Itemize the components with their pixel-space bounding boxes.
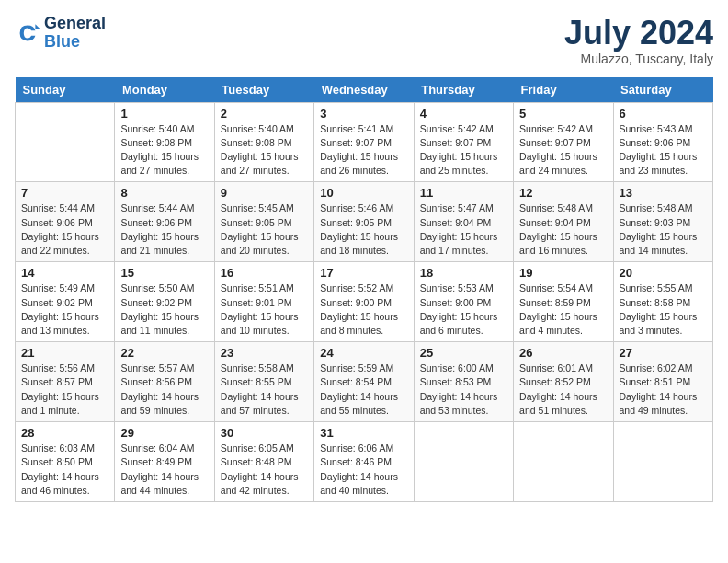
calendar-week-row: 14Sunrise: 5:49 AM Sunset: 9:02 PM Dayli… bbox=[16, 262, 713, 342]
weekday-header: Tuesday bbox=[214, 77, 313, 103]
calendar-cell: 7Sunrise: 5:44 AM Sunset: 9:06 PM Daylig… bbox=[16, 182, 115, 262]
calendar-cell: 17Sunrise: 5:52 AM Sunset: 9:00 PM Dayli… bbox=[314, 262, 414, 342]
calendar-cell: 5Sunrise: 5:42 AM Sunset: 9:07 PM Daylig… bbox=[514, 102, 613, 182]
day-info: Sunrise: 5:54 AM Sunset: 8:59 PM Dayligh… bbox=[519, 282, 607, 338]
calendar-cell bbox=[514, 422, 613, 502]
calendar-cell: 6Sunrise: 5:43 AM Sunset: 9:06 PM Daylig… bbox=[613, 102, 712, 182]
calendar-cell: 11Sunrise: 5:47 AM Sunset: 9:04 PM Dayli… bbox=[414, 182, 513, 262]
day-number: 13 bbox=[620, 186, 707, 200]
day-info: Sunrise: 5:47 AM Sunset: 9:04 PM Dayligh… bbox=[420, 201, 507, 258]
day-info: Sunrise: 5:40 AM Sunset: 9:08 PM Dayligh… bbox=[221, 122, 308, 178]
calendar-cell: 15Sunrise: 5:50 AM Sunset: 9:02 PM Dayli… bbox=[115, 262, 214, 342]
calendar-cell: 2Sunrise: 5:40 AM Sunset: 9:08 PM Daylig… bbox=[214, 102, 313, 182]
day-info: Sunrise: 6:03 AM Sunset: 8:50 PM Dayligh… bbox=[21, 442, 108, 498]
day-number: 7 bbox=[21, 186, 108, 200]
weekday-header: Thursday bbox=[414, 77, 513, 103]
day-info: Sunrise: 5:50 AM Sunset: 9:02 PM Dayligh… bbox=[120, 282, 208, 338]
day-number: 22 bbox=[120, 346, 208, 360]
day-number: 6 bbox=[620, 107, 707, 121]
calendar-cell: 30Sunrise: 6:05 AM Sunset: 8:48 PM Dayli… bbox=[214, 422, 313, 502]
calendar-cell bbox=[414, 422, 513, 502]
calendar-cell: 10Sunrise: 5:46 AM Sunset: 9:05 PM Dayli… bbox=[314, 182, 414, 262]
calendar-cell: 9Sunrise: 5:45 AM Sunset: 9:05 PM Daylig… bbox=[214, 182, 313, 262]
weekday-header-row: SundayMondayTuesdayWednesdayThursdayFrid… bbox=[16, 77, 713, 103]
day-number: 26 bbox=[519, 346, 607, 360]
calendar-week-row: 28Sunrise: 6:03 AM Sunset: 8:50 PM Dayli… bbox=[16, 422, 713, 502]
day-info: Sunrise: 5:44 AM Sunset: 9:06 PM Dayligh… bbox=[21, 201, 108, 258]
calendar-cell bbox=[16, 102, 115, 182]
day-info: Sunrise: 5:43 AM Sunset: 9:06 PM Dayligh… bbox=[620, 122, 707, 178]
calendar-cell: 3Sunrise: 5:41 AM Sunset: 9:07 PM Daylig… bbox=[314, 102, 414, 182]
logo-icon bbox=[15, 20, 40, 46]
day-number: 17 bbox=[320, 266, 407, 280]
weekday-header: Wednesday bbox=[314, 77, 414, 103]
day-info: Sunrise: 6:00 AM Sunset: 8:53 PM Dayligh… bbox=[420, 362, 507, 418]
day-number: 20 bbox=[620, 266, 707, 280]
title-block: July 2024 Mulazzo, Tuscany, Italy bbox=[564, 15, 713, 66]
page-header: GeneralBlue July 2024 Mulazzo, Tuscany, … bbox=[15, 15, 713, 66]
day-number: 11 bbox=[420, 186, 507, 200]
calendar-cell: 14Sunrise: 5:49 AM Sunset: 9:02 PM Dayli… bbox=[16, 262, 115, 342]
calendar-cell: 23Sunrise: 5:58 AM Sunset: 8:55 PM Dayli… bbox=[214, 342, 313, 422]
day-number: 1 bbox=[120, 107, 208, 121]
calendar-cell: 4Sunrise: 5:42 AM Sunset: 9:07 PM Daylig… bbox=[414, 102, 513, 182]
calendar-cell: 1Sunrise: 5:40 AM Sunset: 9:08 PM Daylig… bbox=[115, 102, 214, 182]
day-number: 27 bbox=[620, 346, 707, 360]
calendar-cell: 21Sunrise: 5:56 AM Sunset: 8:57 PM Dayli… bbox=[16, 342, 115, 422]
calendar-table: SundayMondayTuesdayWednesdayThursdayFrid… bbox=[15, 77, 713, 502]
day-number: 29 bbox=[120, 426, 208, 440]
day-number: 18 bbox=[420, 266, 507, 280]
day-info: Sunrise: 5:42 AM Sunset: 9:07 PM Dayligh… bbox=[519, 122, 607, 178]
day-info: Sunrise: 5:52 AM Sunset: 9:00 PM Dayligh… bbox=[320, 282, 407, 338]
day-info: Sunrise: 5:49 AM Sunset: 9:02 PM Dayligh… bbox=[21, 282, 108, 338]
calendar-cell: 13Sunrise: 5:48 AM Sunset: 9:03 PM Dayli… bbox=[613, 182, 712, 262]
day-info: Sunrise: 5:46 AM Sunset: 9:05 PM Dayligh… bbox=[320, 201, 407, 258]
weekday-header: Sunday bbox=[16, 77, 115, 103]
day-number: 3 bbox=[320, 107, 407, 121]
calendar-week-row: 7Sunrise: 5:44 AM Sunset: 9:06 PM Daylig… bbox=[16, 182, 713, 262]
calendar-cell: 25Sunrise: 6:00 AM Sunset: 8:53 PM Dayli… bbox=[414, 342, 513, 422]
calendar-cell: 29Sunrise: 6:04 AM Sunset: 8:49 PM Dayli… bbox=[115, 422, 214, 502]
day-number: 8 bbox=[120, 186, 208, 200]
calendar-cell: 8Sunrise: 5:44 AM Sunset: 9:06 PM Daylig… bbox=[115, 182, 214, 262]
day-info: Sunrise: 5:56 AM Sunset: 8:57 PM Dayligh… bbox=[21, 362, 108, 418]
day-number: 21 bbox=[21, 346, 108, 360]
day-number: 28 bbox=[21, 426, 108, 440]
day-info: Sunrise: 5:59 AM Sunset: 8:54 PM Dayligh… bbox=[320, 362, 407, 418]
day-info: Sunrise: 6:06 AM Sunset: 8:46 PM Dayligh… bbox=[320, 442, 407, 498]
day-info: Sunrise: 5:41 AM Sunset: 9:07 PM Dayligh… bbox=[320, 122, 407, 178]
calendar-cell bbox=[613, 422, 712, 502]
day-info: Sunrise: 6:04 AM Sunset: 8:49 PM Dayligh… bbox=[120, 442, 208, 498]
day-info: Sunrise: 5:58 AM Sunset: 8:55 PM Dayligh… bbox=[221, 362, 308, 418]
day-number: 12 bbox=[519, 186, 607, 200]
day-number: 15 bbox=[120, 266, 208, 280]
day-info: Sunrise: 6:01 AM Sunset: 8:52 PM Dayligh… bbox=[519, 362, 607, 418]
day-number: 4 bbox=[420, 107, 507, 121]
day-number: 24 bbox=[320, 346, 407, 360]
day-info: Sunrise: 5:44 AM Sunset: 9:06 PM Dayligh… bbox=[120, 201, 208, 258]
location: Mulazzo, Tuscany, Italy bbox=[564, 52, 713, 66]
day-info: Sunrise: 5:55 AM Sunset: 8:58 PM Dayligh… bbox=[620, 282, 707, 338]
day-info: Sunrise: 6:02 AM Sunset: 8:51 PM Dayligh… bbox=[620, 362, 707, 418]
day-number: 23 bbox=[221, 346, 308, 360]
calendar-cell: 12Sunrise: 5:48 AM Sunset: 9:04 PM Dayli… bbox=[514, 182, 613, 262]
calendar-cell: 19Sunrise: 5:54 AM Sunset: 8:59 PM Dayli… bbox=[514, 262, 613, 342]
day-info: Sunrise: 5:53 AM Sunset: 9:00 PM Dayligh… bbox=[420, 282, 507, 338]
calendar-cell: 26Sunrise: 6:01 AM Sunset: 8:52 PM Dayli… bbox=[514, 342, 613, 422]
day-info: Sunrise: 6:05 AM Sunset: 8:48 PM Dayligh… bbox=[221, 442, 308, 498]
day-number: 30 bbox=[221, 426, 308, 440]
day-number: 10 bbox=[320, 186, 407, 200]
calendar-week-row: 1Sunrise: 5:40 AM Sunset: 9:08 PM Daylig… bbox=[16, 102, 713, 182]
calendar-cell: 18Sunrise: 5:53 AM Sunset: 9:00 PM Dayli… bbox=[414, 262, 513, 342]
day-number: 31 bbox=[320, 426, 407, 440]
day-info: Sunrise: 5:51 AM Sunset: 9:01 PM Dayligh… bbox=[221, 282, 308, 338]
day-info: Sunrise: 5:57 AM Sunset: 8:56 PM Dayligh… bbox=[120, 362, 208, 418]
weekday-header: Saturday bbox=[613, 77, 712, 103]
calendar-cell: 22Sunrise: 5:57 AM Sunset: 8:56 PM Dayli… bbox=[115, 342, 214, 422]
calendar-cell: 27Sunrise: 6:02 AM Sunset: 8:51 PM Dayli… bbox=[613, 342, 712, 422]
logo-text: GeneralBlue bbox=[44, 15, 106, 52]
day-info: Sunrise: 5:48 AM Sunset: 9:04 PM Dayligh… bbox=[519, 201, 607, 258]
calendar-cell: 20Sunrise: 5:55 AM Sunset: 8:58 PM Dayli… bbox=[613, 262, 712, 342]
day-info: Sunrise: 5:48 AM Sunset: 9:03 PM Dayligh… bbox=[620, 201, 707, 258]
svg-marker-0 bbox=[35, 24, 40, 29]
